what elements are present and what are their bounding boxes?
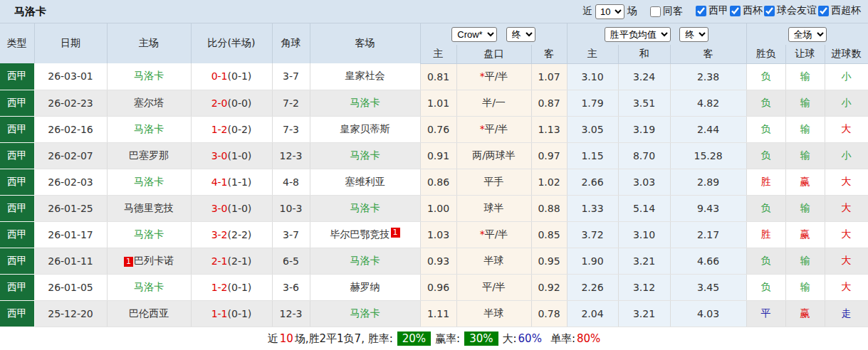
odds-away-cell: 0.97	[531, 142, 567, 169]
col-header-score: 比分(半场)	[191, 23, 272, 63]
competition-filters: 西甲西杯球会友谊西超杯	[694, 4, 861, 18]
away-team-cell: 皇家贝蒂斯	[310, 116, 420, 142]
goals-cell: 大	[825, 221, 868, 248]
handicap-result-cell: 赢	[785, 169, 825, 195]
single-label: 单率:	[550, 332, 575, 346]
corners-cell: 3-7	[272, 221, 310, 248]
corners-cell: 10-3	[272, 195, 310, 221]
handicap-cell: *平/半	[456, 63, 531, 90]
same-venue-toggle[interactable]: 同客	[649, 5, 683, 18]
odds-home-cell: 1.11	[420, 300, 456, 327]
competition-filter-球会友谊[interactable]: 球会友谊	[763, 4, 817, 17]
handicap-cell: 半球	[456, 248, 531, 274]
col-header-away: 客场	[310, 23, 420, 63]
odds-away-cell: 1.13	[531, 116, 567, 142]
col-header-type: 类型	[0, 23, 34, 63]
outcome-cell: 负	[746, 142, 785, 169]
date-cell: 26-03-01	[34, 63, 107, 90]
outcome-cell: 胜	[746, 169, 785, 195]
home-team-cell: 巴塞罗那	[107, 142, 191, 169]
odds-home-cell: 0.93	[420, 248, 456, 274]
date-cell: 26-01-25	[34, 195, 107, 221]
subcol-handicap: 盘口	[456, 45, 531, 63]
avg-home-cell: 1.79	[567, 90, 618, 116]
home-team-cell: 马德里竞技	[107, 195, 191, 221]
corners-cell: 4-8	[272, 169, 310, 195]
outcome-cell: 负	[746, 90, 785, 116]
win-odds-badge: 30%	[464, 332, 498, 346]
competition-filter-西甲[interactable]: 西甲	[694, 4, 728, 17]
avg-draw-cell: 3.21	[618, 248, 670, 274]
competition-filter-西杯[interactable]: 西杯	[728, 4, 763, 17]
match-rows: 西甲 26-03-01 马洛卡 0-1(0-1) 3-7 皇家社会 0.81 *…	[0, 63, 868, 327]
table-row: 西甲 26-01-25 马德里竞技 3-0(1-0) 10-3 马洛卡 1.00…	[0, 195, 868, 221]
date-cell: 26-01-05	[34, 274, 107, 300]
handicap-cell: 平手	[456, 169, 531, 195]
odds-away-cell: 0.88	[531, 195, 567, 221]
avg-draw-cell: 3.10	[618, 221, 670, 248]
odds-home-cell: 0.76	[420, 116, 456, 142]
score-cell: 0-1(0-1)	[191, 63, 272, 90]
odds-home-cell: 1.00	[420, 195, 456, 221]
home-team-cell: 马洛卡	[107, 169, 191, 195]
page-title: 马洛卡	[14, 5, 46, 18]
odds-home-cell: 1.01	[420, 90, 456, 116]
same-venue-checkbox[interactable]	[650, 6, 661, 17]
same-venue-label: 同客	[663, 5, 683, 18]
away-team-cell: 马洛卡	[310, 195, 420, 221]
handicap-result-cell: 输	[785, 90, 825, 116]
odds-away-cell: 0.92	[531, 274, 567, 300]
scope-select[interactable]: 全场	[788, 27, 827, 42]
away-team-cell: 马洛卡	[310, 90, 420, 116]
avg-home-cell: 2.04	[567, 300, 618, 327]
avg-away-cell: 2.89	[670, 169, 746, 195]
table-row: 西甲 25-12-20 巴伦西亚 1-1(0-1) 12-3 马洛卡 1.11 …	[0, 300, 868, 327]
odds-select-group: Crow* 终	[420, 23, 567, 45]
avg-home-cell: 3.05	[567, 116, 618, 142]
table-row: 西甲 26-02-07 巴塞罗那 3-0(1-0) 12-3 马洛卡 0.91 …	[0, 142, 868, 169]
odds-away-cell: 0.78	[531, 300, 567, 327]
away-team-cell: 毕尔巴鄂竞技1	[310, 221, 420, 248]
avg-state-select[interactable]: 终	[679, 27, 708, 42]
score-cell: 3-0(1-0)	[191, 142, 272, 169]
odds-away-cell: 0.95	[531, 248, 567, 274]
corners-cell: 12-3	[272, 142, 310, 169]
competition-checkbox[interactable]	[696, 6, 706, 16]
avg-away-cell: 4.03	[670, 300, 746, 327]
avg-type-select[interactable]: 胜平负均值	[605, 27, 671, 42]
home-team-cell: 塞尔塔	[107, 90, 191, 116]
league-cell: 西甲	[0, 221, 34, 248]
handicap-cell: *平/半	[456, 221, 531, 248]
home-team-cell: 马洛卡	[107, 221, 191, 248]
home-team-cell: 马洛卡	[107, 63, 191, 90]
footer-recent-count: 10	[280, 332, 293, 345]
avg-home-cell: 2.66	[567, 169, 618, 195]
subcol-odds-home: 主	[420, 45, 456, 63]
subcol-outcome: 胜负	[746, 45, 785, 63]
odds-state-select[interactable]: 终	[506, 27, 535, 42]
home-team-cell: 马洛卡	[107, 116, 191, 142]
recent-count-select[interactable]: 10	[595, 4, 624, 19]
goals-cell: 大	[825, 274, 868, 300]
recent-label: 近	[582, 5, 592, 18]
col-header-date: 日期	[34, 23, 107, 63]
handicap-result-cell: 输	[785, 248, 825, 274]
footer-recent-label: 近	[268, 332, 278, 346]
competition-checkbox[interactable]	[730, 6, 741, 16]
date-cell: 26-02-07	[34, 142, 107, 169]
handicap-cell: 平/半	[456, 274, 531, 300]
league-cell: 西甲	[0, 274, 34, 300]
competition-checkbox[interactable]	[818, 6, 829, 16]
goals-cell: 小	[825, 90, 868, 116]
handicap-result-cell: 输	[785, 63, 825, 90]
date-cell: 26-02-23	[34, 90, 107, 116]
handicap-result-cell: 输	[785, 274, 825, 300]
competition-checkbox[interactable]	[764, 6, 775, 16]
avg-away-cell: 4.82	[670, 90, 746, 116]
win-odds-label: 赢率:	[435, 332, 460, 346]
competition-filter-西超杯[interactable]: 西超杯	[817, 4, 861, 17]
odds-company-select[interactable]: Crow*	[451, 27, 497, 42]
odds-away-cell: 1.07	[531, 63, 567, 90]
corners-cell: 3-7	[272, 63, 310, 90]
league-cell: 西甲	[0, 169, 34, 195]
